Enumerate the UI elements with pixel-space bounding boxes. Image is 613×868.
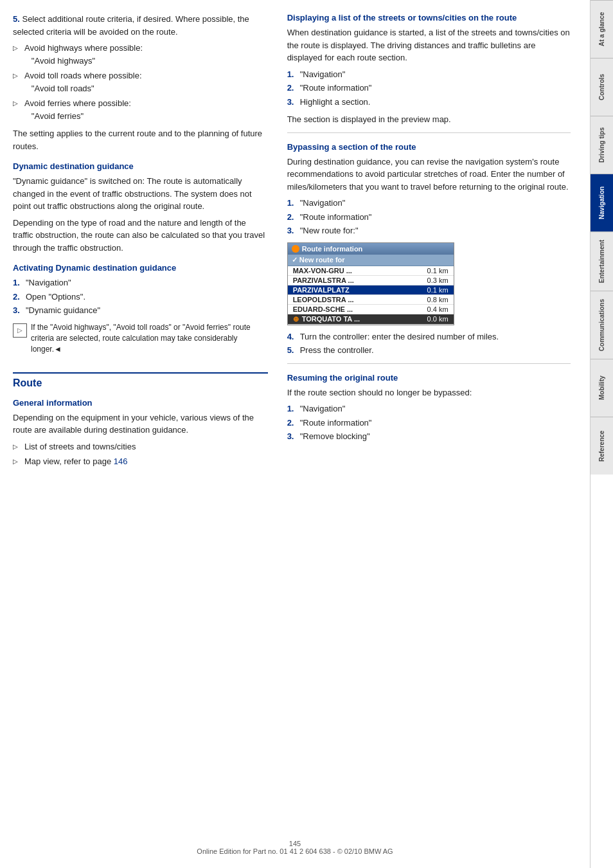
note-text: If the "Avoid highways", "Avoid toll roa… [31, 322, 268, 356]
screenshot-header-text: Route information [302, 245, 363, 253]
list-item: Avoid toll roads where possible: "Avoid … [13, 69, 268, 95]
divider [287, 132, 571, 133]
route-screenshot: Route information ✓ New route for MAX-VO… [287, 242, 454, 325]
sidebar-tab-navigation[interactable]: Navigation [591, 174, 613, 231]
resuming-steps-list: 1. "Navigation" 2. "Route information" 3… [287, 402, 571, 443]
list-item: 4. Turn the controller: enter the desire… [287, 330, 571, 343]
step5-intro: 5. Select additional route criteria, if … [13, 13, 268, 38]
list-item: 5. Press the controller. [287, 344, 571, 357]
list-item: 3. Highlight a section. [287, 96, 571, 109]
route-section-heading: Route [13, 372, 268, 389]
sidebar-tab-driving-tips[interactable]: Driving tips [591, 116, 613, 174]
sidebar-tab-mobility[interactable]: Mobility [591, 359, 613, 417]
list-item: 1. "Navigation" [287, 402, 571, 415]
screenshot-header: Route information [288, 243, 454, 255]
divider2 [287, 363, 571, 364]
route-icon [292, 245, 299, 253]
page-footer: 145 Online Edition for Part no. 01 41 2 … [0, 840, 590, 855]
avoid-criteria-list: Avoid highways where possible: "Avoid hi… [13, 42, 268, 122]
sidebar-tab-controls[interactable]: Controls [591, 58, 613, 116]
list-item: 2. Open "Options". [13, 291, 268, 303]
bypassing-heading: Bypassing a section of the route [287, 142, 571, 152]
left-column: 5. Select additional route criteria, if … [13, 13, 281, 855]
displaying-note: The section is displayed in the preview … [287, 113, 571, 126]
table-row: MAX-VON-GRU ... 0.1 km [288, 266, 454, 276]
list-item: 2. "Route information" [287, 82, 571, 95]
footer-text: Online Edition for Part no. 01 41 2 604 … [197, 847, 393, 855]
page-number: 145 [289, 840, 301, 847]
table-row: PARZIVALPLATZ 0.1 km [288, 285, 454, 295]
table-row: LEOPOLDSTRA ... 0.8 km [288, 295, 454, 305]
list-item: Avoid ferries where possible: "Avoid fer… [13, 97, 268, 122]
note-box: If the "Avoid highways", "Avoid toll roa… [13, 322, 268, 359]
activating-heading: Activating Dynamic destination guidance [13, 263, 268, 273]
bypassing-steps-4-5: 4. Turn the controller: enter the desire… [287, 330, 571, 357]
list-item: 3. "Dynamic guidance" [13, 304, 268, 317]
setting-note: The setting applies to the current route… [13, 127, 268, 152]
displaying-steps-list: 1. "Navigation" 2. "Route information" 3… [287, 68, 571, 109]
list-item: 3. "Remove blocking" [287, 430, 571, 443]
list-item: 1. "Navigation" [13, 276, 268, 289]
table-row: PARZIVALSTRA ... 0.3 km [288, 276, 454, 285]
list-item: 3. "New route for:" [287, 224, 571, 237]
dynamic-guidance-heading: Dynamic destination guidance [13, 161, 268, 171]
displaying-para: When destination guidance is started, a … [287, 26, 571, 64]
right-column: Displaying a list of the streets or town… [281, 13, 571, 855]
note-icon [13, 323, 27, 338]
list-item: List of streets and towns/cities [13, 440, 268, 453]
list-item: 1. "Navigation" [287, 197, 571, 210]
activating-steps-list: 1. "Navigation" 2. Open "Options". 3. "D… [13, 276, 268, 317]
bypassing-para: During destination guidance, you can rev… [287, 156, 571, 194]
list-item: 2. "Route information" [287, 211, 571, 224]
list-item: 1. "Navigation" [287, 68, 571, 81]
displaying-heading: Displaying a list of the streets or town… [287, 13, 571, 23]
table-row: ⊕ TORQUATO TA ... 0.0 km [288, 314, 454, 325]
sidebar-tab-entertainment[interactable]: Entertainment [591, 231, 613, 291]
sidebar-tab-communications[interactable]: Communications [591, 291, 613, 359]
dynamic-para1: "Dynamic guidance" is switched on: The r… [13, 175, 268, 213]
general-bullet-list: List of streets and towns/cities Map vie… [13, 440, 268, 468]
resuming-heading: Resuming the original route [287, 373, 571, 383]
dynamic-para2: Depending on the type of road and the na… [13, 217, 268, 255]
table-row: EDUARD-SCHE ... 0.4 km [288, 305, 454, 314]
sidebar-right: At a glance Controls Driving tips Naviga… [590, 0, 613, 868]
general-info-heading: General information [13, 398, 268, 408]
sidebar-tab-reference[interactable]: Reference [591, 417, 613, 475]
torquato-icon: ⊕ [293, 315, 299, 323]
general-info-para: Depending on the equipment in your vehic… [13, 411, 268, 437]
list-item: Map view, refer to page 146 [13, 455, 268, 468]
list-item: 2. "Route information" [287, 417, 571, 429]
screenshot-subheader: ✓ New route for [288, 255, 454, 266]
list-item: Avoid highways where possible: "Avoid hi… [13, 42, 268, 67]
main-content: 5. Select additional route criteria, if … [0, 0, 590, 868]
bypassing-steps-list: 1. "Navigation" 2. "Route information" 3… [287, 197, 571, 237]
resuming-para: If the route section should no longer be… [287, 386, 571, 399]
sidebar-tab-at-a-glance[interactable]: At a glance [591, 0, 613, 58]
